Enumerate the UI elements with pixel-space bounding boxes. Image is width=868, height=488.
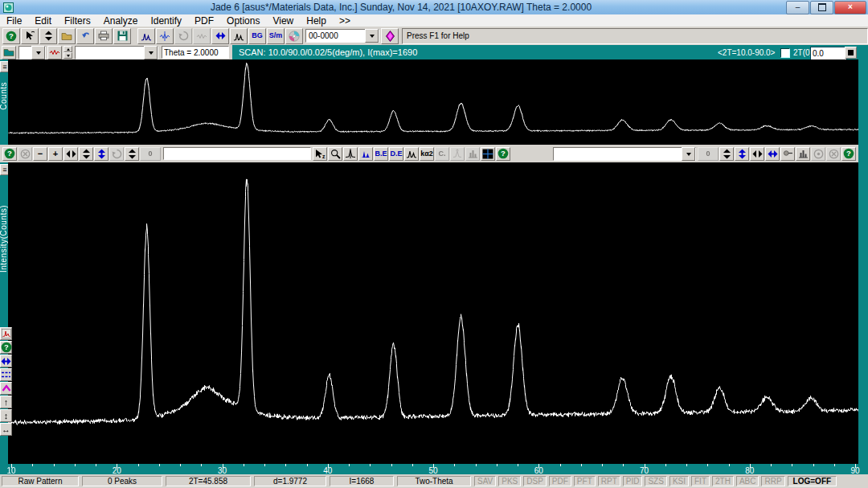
menu-item-file[interactable]: File xyxy=(0,14,28,27)
print-button[interactable] xyxy=(95,28,113,44)
status-flag-szs: SZS xyxy=(645,476,666,486)
zero-offset-checkbox[interactable] xyxy=(780,48,790,58)
zoom-out-button[interactable]: − xyxy=(33,147,47,161)
data-edit-button-label: D.E xyxy=(390,150,402,158)
leftright-icon xyxy=(752,150,763,158)
profile-view-button[interactable] xyxy=(156,28,174,44)
file-combo[interactable]: 10AXOY.RAW xyxy=(75,46,158,59)
pin-button[interactable] xyxy=(780,147,795,161)
smooth-button[interactable]: S/m xyxy=(267,28,285,44)
pdf-number-combo[interactable]: 00-0000 xyxy=(305,29,379,43)
menu-item-[interactable]: >> xyxy=(333,14,357,27)
theta-field[interactable] xyxy=(162,46,229,59)
open-scan-button[interactable] xyxy=(2,46,16,59)
pan-x-button[interactable] xyxy=(63,147,78,161)
smooth-button-label: S/m xyxy=(269,32,283,39)
menu-item-view[interactable]: View xyxy=(266,14,300,27)
scale-y2-button[interactable] xyxy=(735,147,749,161)
menu-item-identify[interactable]: Identify xyxy=(144,14,188,27)
thumbnail-button[interactable] xyxy=(0,327,12,340)
menu-item-options[interactable]: Options xyxy=(220,14,266,27)
send-pattern-button[interactable] xyxy=(76,28,94,44)
help-icon: ? xyxy=(6,31,17,42)
log-mode-toggle[interactable]: LOG=OFF xyxy=(788,476,837,486)
peak-find-button[interactable] xyxy=(230,28,248,44)
maximize-button[interactable] xyxy=(810,1,833,14)
offset-y-button[interactable] xyxy=(125,147,139,161)
peak-cursor-button[interactable] xyxy=(343,147,358,161)
menu-item-help[interactable]: Help xyxy=(300,14,333,27)
pdf-retrieval-button[interactable] xyxy=(285,28,303,44)
wavelength-button[interactable] xyxy=(47,46,62,59)
pan-y-button[interactable] xyxy=(79,147,93,161)
collapse-panel-button[interactable] xyxy=(0,382,12,395)
peaksfill-icon xyxy=(360,149,371,158)
offset-icon xyxy=(1,370,11,379)
gem-icon xyxy=(386,31,395,42)
display-mode-button[interactable] xyxy=(845,47,857,59)
cd-icon xyxy=(289,31,300,42)
offset-traces-button[interactable] xyxy=(0,368,12,381)
profile-fit-button[interactable] xyxy=(404,147,419,161)
status-flag-pks: PKS xyxy=(498,476,521,486)
magnify-button[interactable] xyxy=(328,147,342,161)
svg-text:?: ? xyxy=(7,149,12,158)
nudge-x-button[interactable] xyxy=(750,147,764,161)
help-button[interactable]: ? xyxy=(2,147,17,161)
zoom-pointer-button[interactable]: z xyxy=(313,147,327,161)
anode-combo[interactable]: Cu xyxy=(18,46,46,59)
zero-offset-field[interactable] xyxy=(810,47,847,60)
close-button[interactable]: × xyxy=(834,1,866,14)
y-scale-button[interactable] xyxy=(39,28,57,44)
status-flag-rrp: RRP xyxy=(761,476,784,486)
pdf-view-button[interactable] xyxy=(381,28,399,44)
zoom-in-button[interactable]: + xyxy=(48,147,63,161)
data-edit-button[interactable]: D.E xyxy=(389,147,403,161)
nudge-y-button[interactable] xyxy=(719,147,734,161)
svg-text:z: z xyxy=(322,154,326,159)
help-button[interactable]: ? xyxy=(2,28,20,44)
spin-down-icon xyxy=(63,52,72,59)
save-image-button[interactable] xyxy=(113,28,131,44)
scale-y-button[interactable] xyxy=(94,147,108,161)
display-peaks-button[interactable] xyxy=(358,147,373,161)
axis-mode-panel[interactable]: Two-Theta xyxy=(397,476,471,486)
scale-x-button[interactable] xyxy=(765,147,780,161)
overlay-input[interactable] xyxy=(163,147,311,160)
grid-toggle-button[interactable] xyxy=(481,147,495,161)
open-file-button[interactable] xyxy=(58,28,76,44)
axis-minor-tick xyxy=(32,464,33,466)
stretch-x-button[interactable]: ↔ xyxy=(0,423,12,436)
main-y-axis-label: Intensity(Counts) xyxy=(0,205,8,273)
help-button-2[interactable]: ? xyxy=(496,147,510,161)
main-pattern-chart[interactable] xyxy=(8,162,858,464)
overview-pattern-chart[interactable] xyxy=(8,59,858,145)
menu-item-pdf[interactable]: PDF xyxy=(188,14,220,27)
axis-minor-tick xyxy=(370,464,371,466)
cursor-tool-button[interactable] xyxy=(21,28,39,44)
phase-combo[interactable] xyxy=(553,147,696,161)
menu-item-analyze[interactable]: Analyze xyxy=(97,14,145,27)
minimize-button[interactable]: – xyxy=(786,1,809,14)
histogram-button-2[interactable] xyxy=(796,147,810,161)
leftrightf-icon xyxy=(768,150,778,158)
theta-spinner[interactable] xyxy=(63,46,72,59)
background-button[interactable]: BG xyxy=(248,28,266,44)
expand-x-button[interactable] xyxy=(211,28,229,44)
peak-shift-button xyxy=(450,147,465,161)
updown-icon xyxy=(128,149,137,159)
background-edit-button[interactable]: B.E xyxy=(374,147,388,161)
ka2-strip-button[interactable]: kα2 xyxy=(420,147,434,161)
help-icon: ? xyxy=(4,148,15,159)
help-button[interactable]: ? xyxy=(0,341,12,354)
help-button-3[interactable]: ? xyxy=(841,147,856,161)
stretch-y-button[interactable]: ↕ xyxy=(0,409,12,422)
expand-x-button[interactable] xyxy=(0,355,12,367)
shift-up-button[interactable]: ↑ xyxy=(0,396,12,408)
right-scroll-strip[interactable] xyxy=(858,45,868,474)
status-flag-ksi: KSI xyxy=(669,476,689,486)
menu-item-filters[interactable]: Filters xyxy=(58,14,97,27)
menu-item-edit[interactable]: Edit xyxy=(28,14,58,27)
svg-text:?: ? xyxy=(846,149,851,158)
pattern-view-button[interactable] xyxy=(137,28,155,44)
